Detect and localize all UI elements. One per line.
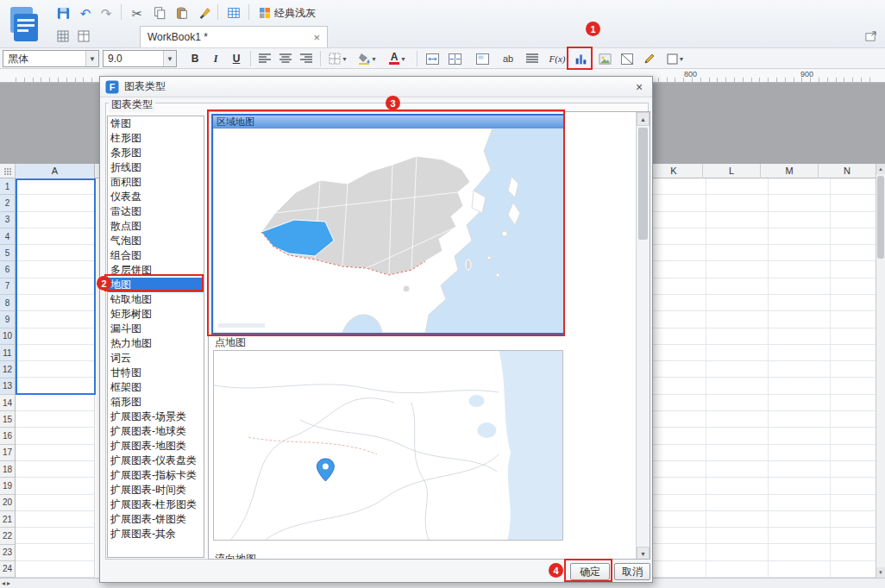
chart-type-item[interactable]: 扩展图表-仪表盘类 [108,454,204,468]
format-painter-button[interactable] [195,3,214,22]
paste-button[interactable] [173,3,191,22]
chart-type-item[interactable]: 地图 [108,278,204,292]
scroll-left-icon[interactable]: ◂ [2,579,5,587]
new-sheet-button[interactable] [74,27,93,46]
chart-type-item[interactable]: 仪表盘 [108,190,204,204]
row-header[interactable]: 7 [0,278,15,295]
row-header[interactable]: 23 [0,545,15,561]
dialog-close-icon[interactable]: × [631,79,647,95]
subtype-flow-map-label[interactable]: 流向地图 [215,552,256,560]
align-right-button[interactable] [297,50,316,67]
wrap-text-button[interactable]: ab [499,50,518,67]
redo-button[interactable]: ↷ [97,3,116,22]
row-header[interactable]: 20 [0,495,15,511]
row-header[interactable]: 24 [0,561,15,578]
chart-type-item[interactable]: 矩形树图 [108,307,204,322]
row-header[interactable]: 13 [0,378,15,395]
unmerge-cells-button[interactable] [445,50,464,67]
row-header[interactable]: 12 [0,361,15,378]
row-header[interactable]: 11 [0,345,15,361]
scroll-up-icon[interactable]: ▲ [637,112,650,126]
row-header[interactable]: 2 [0,195,15,211]
row-header[interactable]: 21 [0,511,15,528]
row-header[interactable]: 9 [0,311,15,328]
chart-type-item[interactable]: 扩展图表-地图类 [108,439,204,454]
grid-cells-right[interactable] [644,178,876,578]
row-header[interactable]: 16 [0,428,15,444]
column-header[interactable]: N [818,164,876,178]
chart-type-item[interactable]: 漏斗图 [108,322,204,336]
bold-button[interactable]: B [185,50,204,67]
scroll-up-icon[interactable]: ▲ [876,164,885,174]
insert-table-button[interactable] [224,3,243,22]
column-header-A[interactable]: A [16,164,95,178]
cell-style-button[interactable] [473,50,492,67]
align-left-button[interactable] [255,50,274,67]
copy-button[interactable] [150,3,169,22]
scroll-right-icon[interactable]: ▸ [7,579,10,587]
chart-type-item[interactable]: 扩展图表-其余 [108,527,204,541]
undo-button[interactable]: ↶ [76,3,95,22]
chart-type-item[interactable]: 扩展图表-指标卡类 [108,468,204,483]
borders-button[interactable]: ▼ [325,50,351,67]
insert-widget-button[interactable] [640,50,659,67]
row-header[interactable]: 5 [0,245,15,261]
chart-type-item[interactable]: 扩展图表-地球类 [108,424,204,439]
column-header[interactable]: L [702,164,760,178]
file-menu-button[interactable] [7,5,41,43]
row-header[interactable]: 8 [0,295,15,311]
row-header[interactable]: 19 [0,478,15,494]
chart-type-item[interactable]: 钻取地图 [108,292,204,307]
float-window-button[interactable] [861,27,880,46]
theme-selector[interactable]: 经典浅灰 [255,3,319,22]
dialog-titlebar[interactable]: F 图表类型 × [100,77,652,97]
merge-cells-button[interactable] [423,50,442,67]
scrollbar-thumb[interactable] [877,176,884,259]
row-header[interactable]: 6 [0,261,15,278]
cancel-button[interactable]: 取消 [614,563,650,580]
font-color-button[interactable]: A ▼ [384,50,411,67]
scroll-down-icon[interactable]: ▼ [876,567,885,578]
row-header[interactable]: 14 [0,395,15,411]
chart-type-item[interactable]: 饼图 [108,116,204,131]
column-header[interactable]: M [760,164,818,178]
chart-type-item[interactable]: 扩展图表-场景类 [108,410,204,424]
row-header[interactable]: 18 [0,461,15,478]
ok-button[interactable]: 确定 [570,563,610,580]
column-header[interactable]: K [644,164,702,178]
save-button[interactable] [53,3,72,22]
chart-type-item[interactable]: 甘特图 [108,366,204,380]
scrollbar-thumb[interactable] [638,128,648,240]
scroll-down-icon[interactable]: ▼ [637,547,650,560]
font-family-combo[interactable]: 黑体 ▼ [3,50,99,67]
chart-type-item[interactable]: 散点图 [108,219,204,234]
row-header[interactable]: 10 [0,328,15,345]
chart-type-item[interactable]: 框架图 [108,380,204,395]
chart-type-item[interactable]: 折线图 [108,160,204,175]
font-size-combo[interactable]: 9.0 ▼ [103,50,177,67]
subtype-point-map-label[interactable]: 点地图 [215,335,246,350]
subtype-region-map[interactable]: 区域地图 [211,114,565,335]
row-header[interactable]: 15 [0,411,15,428]
formula-button[interactable]: F(x) [545,50,569,67]
chart-type-item[interactable]: 热力地图 [108,336,204,351]
row-header[interactable]: 3 [0,212,15,228]
row-header[interactable]: 22 [0,528,15,544]
underline-button[interactable]: U [227,50,246,67]
vertical-scrollbar[interactable]: ▲ ▼ [876,164,885,578]
insert-image-button[interactable] [595,50,614,67]
new-report-button[interactable] [53,27,72,46]
chart-type-item[interactable]: 气泡图 [108,234,204,248]
insert-slash-button[interactable] [618,50,637,67]
select-all-corner[interactable] [0,164,16,178]
distribute-button[interactable] [523,50,542,67]
chart-type-item[interactable]: 箱形图 [108,395,204,410]
insert-chart-button[interactable] [571,50,590,67]
tab-close-icon[interactable]: × [313,31,320,44]
chart-type-item[interactable]: 柱形图 [108,131,204,146]
chart-type-list[interactable]: 饼图柱形图条形图折线图面积图仪表盘雷达图散点图气泡图组合图多层饼图地图钻取地图矩… [107,116,204,558]
row-header[interactable]: 4 [0,228,15,245]
align-center-button[interactable] [276,50,295,67]
chart-type-item[interactable]: 组合图 [108,248,204,263]
chart-type-item[interactable]: 词云 [108,351,204,366]
